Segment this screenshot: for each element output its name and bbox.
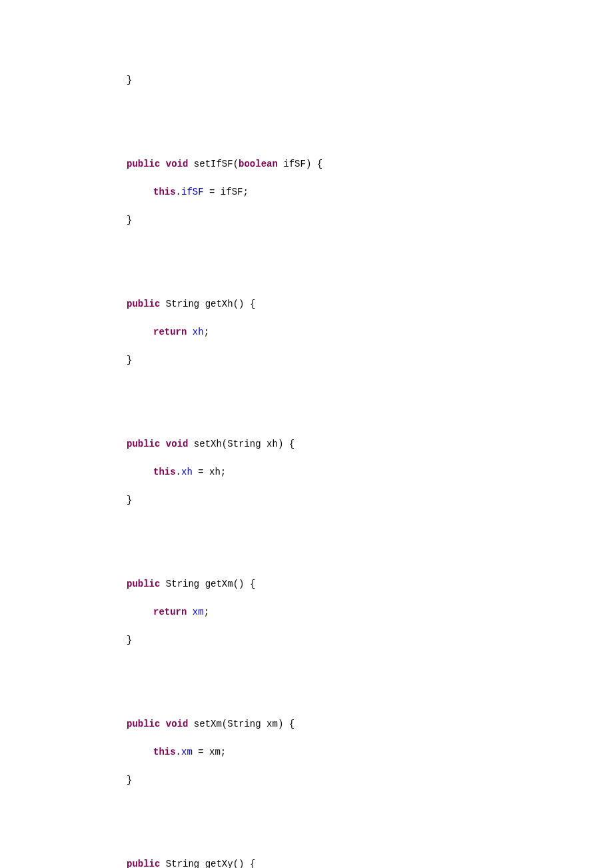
brace-close: } [100,213,613,227]
brace-close: } [100,773,613,787]
return-xh: return xh; [100,325,613,339]
return-xm: return xm; [100,605,613,619]
brace-close: } [100,353,613,367]
code-page: } public void setIfSF(boolean ifSF) { th… [0,0,613,868]
method-getXh-signature: public String getXh() { [100,297,613,311]
code-block: } public void setIfSF(boolean ifSF) { th… [100,73,613,868]
brace-close: } [100,633,613,647]
method-getXm-signature: public String getXm() { [100,577,613,591]
method-setIfSF-signature: public void setIfSF(boolean ifSF) { [100,157,613,171]
method-setXm-signature: public void setXm(String xm) { [100,717,613,731]
brace-close: } [100,493,613,507]
assign-xh: this.xh = xh; [100,465,613,479]
method-getXy-signature: public String getXy() { [100,857,613,868]
brace-close: } [100,73,613,87]
method-setXh-signature: public void setXh(String xh) { [100,437,613,451]
assign-xm: this.xm = xm; [100,745,613,759]
assign-ifSF: this.ifSF = ifSF; [100,185,613,199]
